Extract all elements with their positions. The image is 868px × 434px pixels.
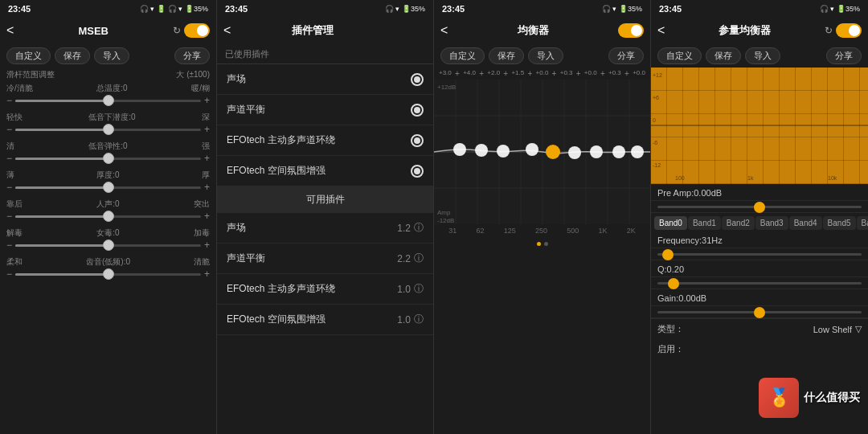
- used-plugin-radio-1[interactable]: [411, 104, 424, 117]
- slider-track-6[interactable]: [15, 273, 201, 276]
- slider-minus-2[interactable]: −: [6, 153, 12, 164]
- slider-minus-0[interactable]: −: [6, 95, 12, 106]
- refresh-icon-1[interactable]: ↻: [173, 25, 181, 36]
- eq-curve-container[interactable]: +12dB -12dB Amp: [434, 80, 650, 224]
- toggle-switch-3[interactable]: [618, 23, 644, 38]
- save-button-1[interactable]: 保存: [55, 47, 90, 64]
- slider-plus-1[interactable]: +: [204, 124, 210, 135]
- slider-minus-4[interactable]: −: [6, 211, 12, 222]
- band-tab-3[interactable]: Band3: [755, 216, 788, 230]
- slider-minus-3[interactable]: −: [6, 182, 12, 193]
- back-button-3[interactable]: <: [440, 23, 448, 38]
- slider-thumb-0[interactable]: [103, 95, 114, 106]
- slider-minus-6[interactable]: −: [6, 268, 12, 280]
- slider-left-label-0: 冷/清脆: [6, 83, 33, 94]
- share-button-4[interactable]: 分享: [826, 47, 862, 64]
- type-dropdown-icon[interactable]: ▽: [855, 324, 862, 334]
- save-button-3[interactable]: 保存: [489, 47, 524, 64]
- info-icon-2[interactable]: ⓘ: [414, 282, 424, 296]
- import-button-4[interactable]: 导入: [745, 47, 780, 64]
- info-icon-0[interactable]: ⓘ: [414, 221, 424, 235]
- slider-plus-2[interactable]: +: [204, 153, 210, 164]
- back-button-4[interactable]: <: [657, 23, 665, 38]
- slider-track-4[interactable]: [15, 215, 201, 218]
- available-plugin-item-2[interactable]: EFOtech 主动多声道环绕 1.0 ⓘ: [217, 274, 433, 305]
- eq-add-band-4[interactable]: +: [552, 69, 557, 78]
- used-plugin-item-3[interactable]: EFOtech 空间氛围增强: [217, 156, 433, 186]
- share-button-3[interactable]: 分享: [608, 47, 644, 64]
- eq-add-band-2[interactable]: +: [503, 69, 508, 78]
- q-slider-thumb[interactable]: [668, 278, 679, 289]
- gain-slider-thumb[interactable]: [754, 307, 765, 318]
- band-tab-4[interactable]: Band4: [789, 216, 822, 230]
- info-icon-3[interactable]: ⓘ: [414, 313, 424, 326]
- freq-slider-track[interactable]: [657, 253, 862, 256]
- slider-minus-1[interactable]: −: [6, 124, 12, 135]
- custom-button-1[interactable]: 自定义: [6, 47, 51, 64]
- slider-thumb-3[interactable]: [103, 182, 114, 193]
- slider-plus-5[interactable]: +: [204, 240, 210, 251]
- used-plugin-item-2[interactable]: EFOtech 主动多声道环绕: [217, 125, 433, 156]
- svg-point-19: [590, 145, 603, 158]
- band-tab-6[interactable]: Ba...: [857, 216, 868, 230]
- save-button-4[interactable]: 保存: [706, 47, 741, 64]
- eq-add-band-3[interactable]: +: [527, 69, 532, 78]
- slider-thumb-2[interactable]: [103, 153, 114, 164]
- custom-button-4[interactable]: 自定义: [657, 47, 702, 64]
- slider-right-label-5: 加毒: [194, 227, 210, 239]
- back-button-2[interactable]: <: [223, 23, 231, 38]
- preamp-slider-track[interactable]: [657, 206, 862, 208]
- eq-add-band-6[interactable]: +: [600, 69, 605, 78]
- slider-track-0[interactable]: [15, 100, 201, 102]
- toggle-switch-4[interactable]: [836, 23, 862, 38]
- slider-thumb-4[interactable]: [103, 211, 114, 222]
- eq-add-band-1[interactable]: +: [479, 69, 484, 78]
- eq-add-band-7[interactable]: +: [624, 69, 629, 78]
- slider-thumb-5[interactable]: [103, 240, 114, 251]
- custom-button-3[interactable]: 自定义: [440, 47, 485, 64]
- available-plugin-item-3[interactable]: EFOtech 空间氛围增强 1.0 ⓘ: [217, 305, 433, 335]
- used-plugin-radio-3[interactable]: [411, 165, 424, 178]
- used-plugin-item-1[interactable]: 声道平衡: [217, 95, 433, 125]
- eq-add-band-0[interactable]: +: [455, 69, 460, 78]
- import-button-1[interactable]: 导入: [94, 47, 129, 64]
- import-button-3[interactable]: 导入: [528, 47, 563, 64]
- type-value-row[interactable]: Low Shelf ▽: [813, 324, 862, 334]
- slider-track-1[interactable]: [15, 129, 201, 131]
- refresh-icon-4[interactable]: ↻: [825, 25, 833, 36]
- slider-track-3[interactable]: [15, 186, 201, 189]
- freq-slider-row[interactable]: [651, 248, 868, 260]
- used-plugin-radio-0[interactable]: [411, 73, 424, 86]
- used-plugin-item-0[interactable]: 声场: [217, 64, 433, 95]
- preamp-slider-thumb[interactable]: [754, 202, 765, 213]
- share-button-1[interactable]: 分享: [174, 47, 210, 64]
- gain-slider-row[interactable]: [651, 306, 868, 318]
- toggle-switch-1[interactable]: [184, 23, 210, 38]
- back-button-1[interactable]: <: [6, 23, 14, 38]
- slider-left-label-6: 柔和: [6, 256, 23, 268]
- available-plugin-item-1[interactable]: 声道平衡 2.2 ⓘ: [217, 244, 433, 274]
- slider-plus-6[interactable]: +: [204, 268, 210, 280]
- q-slider-row[interactable]: [651, 277, 868, 289]
- slider-track-2[interactable]: [15, 158, 201, 160]
- slider-plus-0[interactable]: +: [204, 95, 210, 106]
- q-slider-track[interactable]: [657, 282, 862, 285]
- band-tab-2[interactable]: Band2: [722, 216, 755, 230]
- freq-slider-thumb[interactable]: [662, 249, 674, 260]
- slider-track-5[interactable]: [15, 244, 201, 247]
- slider-plus-3[interactable]: +: [204, 182, 210, 193]
- eq-add-band-5[interactable]: +: [576, 69, 581, 78]
- gain-slider-track[interactable]: [657, 311, 862, 313]
- preamp-slider-row[interactable]: [651, 201, 868, 213]
- band-tab-1[interactable]: Band1: [688, 216, 721, 230]
- band-tab-0[interactable]: Band0: [654, 216, 687, 230]
- used-plugin-radio-2[interactable]: [411, 134, 424, 147]
- slider-minus-5[interactable]: −: [6, 240, 12, 251]
- peq-chart[interactable]: +12 +6 0 -6 -12 100 1k 10k: [651, 68, 868, 184]
- band-tab-5[interactable]: Band5: [823, 216, 856, 230]
- slider-plus-4[interactable]: +: [204, 211, 210, 222]
- slider-thumb-1[interactable]: [103, 124, 114, 135]
- info-icon-1[interactable]: ⓘ: [414, 252, 424, 265]
- slider-thumb-6[interactable]: [103, 268, 114, 280]
- available-plugin-item-0[interactable]: 声场 1.2 ⓘ: [217, 213, 433, 244]
